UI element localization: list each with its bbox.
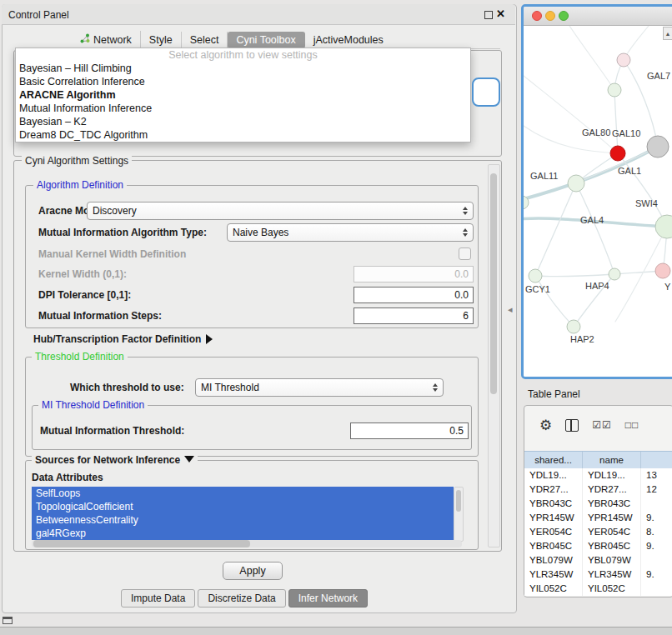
algorithm-option[interactable]: Dream8 DC_TDC Algorithm — [16, 128, 470, 142]
select-all-icon[interactable]: ☑☑ — [592, 419, 612, 431]
attribute-list-item[interactable]: SelfLoops — [32, 487, 454, 500]
algorithm-option[interactable]: Bayesian – Hill Climbing — [16, 62, 470, 75]
network-node[interactable] — [617, 53, 630, 67]
deselect-all-icon[interactable]: □□ — [625, 419, 639, 431]
network-icon — [80, 33, 90, 46]
expand-right-icon — [206, 334, 213, 344]
table-row[interactable]: YBR043CYBR043C — [524, 497, 672, 511]
tab-network[interactable]: Network — [72, 31, 141, 48]
dropdown-placeholder: Select algorithm to view settings — [16, 48, 470, 62]
tab-style[interactable]: Style — [141, 32, 182, 48]
aracne-mode-select[interactable]: Discovery — [87, 202, 474, 220]
zoom-window-icon[interactable] — [559, 11, 569, 21]
settings-scrollbar-thumb[interactable] — [490, 173, 497, 394]
network-edge[interactable] — [569, 26, 614, 90]
close-window-icon[interactable] — [532, 11, 542, 21]
network-edge[interactable] — [524, 76, 618, 153]
network-node[interactable] — [610, 146, 625, 161]
mi-threshold-input[interactable] — [350, 422, 469, 439]
network-window-titlebar[interactable] — [524, 7, 672, 26]
table-cell: YPR145W — [524, 511, 583, 525]
close-panel-button[interactable]: ✕ — [496, 8, 505, 20]
mi-algorithm-type-select[interactable]: Naive Bayes — [227, 223, 474, 242]
status-strip — [0, 627, 672, 635]
tab-label: Network — [93, 34, 132, 46]
network-edge[interactable] — [576, 183, 614, 274]
algorithm-option[interactable]: Basic Correlation Inference — [16, 75, 470, 88]
tab-label: Select — [190, 34, 219, 46]
network-node[interactable] — [655, 215, 672, 238]
attributes-vertical-scrollbar[interactable] — [454, 487, 464, 542]
network-node-label: GAL4 — [580, 215, 604, 225]
attributes-horizontal-scrollbar[interactable] — [32, 540, 462, 548]
table-row[interactable]: YLR345WYLR345W9. — [524, 568, 672, 582]
attributes-hscroll-thumb[interactable] — [33, 540, 250, 548]
which-threshold-select[interactable]: MI Threshold — [195, 378, 444, 397]
mi-algorithm-type-label: Mutual Information Algorithm Type: — [38, 227, 207, 238]
bottom-tab-infer-network[interactable]: Infer Network — [288, 589, 368, 608]
table-row[interactable]: YBL079WYBL079W — [524, 553, 672, 568]
column-selector-icon[interactable] — [565, 419, 579, 432]
network-node[interactable] — [567, 320, 580, 333]
table-cell: YDR27... — [524, 482, 583, 497]
attributes-vscroll-thumb[interactable] — [456, 490, 461, 512]
network-node[interactable] — [647, 136, 669, 158]
table-panel-title: Table Panel — [528, 388, 580, 400]
network-node[interactable] — [568, 175, 584, 192]
column-header[interactable]: shared... — [524, 452, 583, 468]
network-scroll-up-icon[interactable]: ▲ — [663, 27, 672, 40]
splitter-collapse-arrow[interactable]: ◂ — [508, 304, 513, 315]
network-node[interactable] — [529, 269, 542, 282]
table-row[interactable]: YDL19...YDL19...13 — [524, 468, 672, 482]
bottom-tab-impute-data[interactable]: Impute Data — [121, 589, 195, 608]
settings-scrollbar[interactable] — [488, 164, 500, 548]
tab-cyni-toolbox[interactable]: Cyni Toolbox — [228, 32, 304, 48]
network-node[interactable] — [655, 263, 670, 278]
sources-group-toggle[interactable]: Sources for Network Inference — [32, 454, 198, 466]
algorithm-option[interactable]: ARACNE Algorithm — [16, 88, 470, 102]
mi-steps-label: Mutual Information Steps: — [38, 310, 162, 322]
apply-button[interactable]: Apply — [223, 562, 283, 580]
table-cell — [641, 497, 672, 511]
table-row[interactable]: YIL052CYIL052C — [524, 582, 672, 596]
table-cell: 9. — [641, 568, 672, 582]
network-edge[interactable] — [535, 274, 614, 277]
column-header[interactable] — [641, 452, 672, 468]
network-edge[interactable] — [614, 90, 618, 153]
manual-kernel-width-checkbox[interactable] — [459, 248, 471, 260]
attributes-list: SelfLoopsTopologicalCoefficientBetweenne… — [32, 487, 454, 540]
attribute-list-item[interactable]: TopologicalCoefficient — [32, 500, 454, 513]
mi-steps-input[interactable] — [354, 308, 474, 324]
minimize-window-icon[interactable] — [545, 11, 555, 21]
tab-jactivemodules[interactable]: jActiveModules — [305, 32, 392, 48]
table-cell: YDL19... — [524, 468, 583, 482]
algorithm-option[interactable]: Mutual Information Inference — [16, 102, 470, 115]
table-row[interactable]: YPR145WYPR145W9. — [524, 511, 672, 525]
table-row[interactable]: YER054CYER054C8. — [524, 525, 672, 539]
algorithm-option[interactable]: Bayesian – K2 — [16, 115, 470, 128]
table-row[interactable]: YBR045CYBR045C9. — [524, 539, 672, 553]
hub-definition-toggle[interactable]: Hub/Transcription Factor Definition — [33, 333, 213, 345]
float-window-button[interactable] — [484, 11, 493, 19]
network-graph[interactable]: GAL7GAL80GAL10GAL11GAL1SWI4GAL4GCY1HAP4Y… — [524, 26, 672, 378]
network-canvas[interactable]: GAL7GAL80GAL10GAL11GAL1SWI4GAL4GCY1HAP4Y… — [524, 26, 672, 378]
kernel-width-input[interactable] — [354, 266, 474, 282]
network-edge[interactable] — [535, 183, 576, 276]
manual-kernel-width-label: Manual Kernel Width Definition — [38, 248, 186, 260]
table-row[interactable]: YDR27...YDR27...12 — [524, 482, 672, 497]
network-node[interactable] — [609, 268, 620, 280]
data-attributes-label: Data Attributes — [32, 472, 103, 483]
attribute-list-item[interactable]: BetweennessCentrality — [32, 513, 454, 527]
bottom-tab-discretize-data[interactable]: Discretize Data — [198, 589, 285, 608]
algorithm-dropdown: Select algorithm to view settings Bayesi… — [15, 48, 471, 142]
table-cell: YPR145W — [583, 511, 641, 525]
attribute-list-item[interactable]: gal4RGexp — [32, 527, 454, 540]
column-header[interactable]: name — [583, 452, 641, 468]
tab-select[interactable]: Select — [182, 32, 228, 48]
network-node[interactable] — [608, 83, 621, 97]
dpi-tolerance-input[interactable] — [354, 287, 474, 303]
docked-panel-icon[interactable] — [3, 617, 13, 624]
focused-combobox-fragment[interactable] — [472, 78, 500, 107]
settings-gear-icon[interactable]: ⚙ — [539, 418, 552, 432]
table-body: YDL19...YDL19...13YDR27...YDR27...12YBR0… — [524, 468, 672, 596]
